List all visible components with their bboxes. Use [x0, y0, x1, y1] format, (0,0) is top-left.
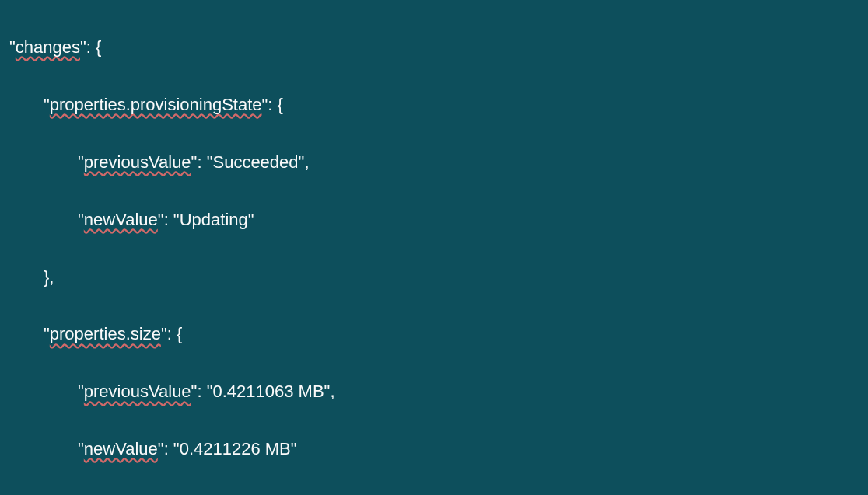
json-code-block: "changes": { "properties.provisioningSta… [0, 0, 868, 495]
line-change2-prev: "previousValue": "0.4211063 MB", [9, 378, 862, 406]
key-size: properties.size [50, 324, 161, 343]
open-brace: : { [86, 37, 102, 57]
quote: " [78, 382, 84, 401]
line-change2-key: "properties.size": { [9, 320, 862, 349]
sep: : [164, 210, 173, 229]
quote: " [158, 439, 164, 458]
quote: " [161, 324, 167, 343]
comma: , [304, 152, 309, 172]
key-newvalue: newValue [84, 439, 158, 458]
open-brace: : { [268, 95, 283, 114]
val-change2-prev: 0.4211063 MB [212, 382, 324, 401]
sep: : [197, 152, 206, 172]
quote: " [78, 439, 84, 458]
val-change1-prev: Succeeded [212, 152, 298, 172]
close-brace-comma: }, [44, 267, 54, 287]
quote: " [248, 210, 254, 229]
quote: " [158, 210, 164, 229]
key-previousvalue: previousValue [84, 382, 191, 401]
quote: " [78, 210, 84, 229]
line-change1-new: "newValue": "Updating" [9, 206, 862, 235]
quote: " [78, 152, 84, 172]
quote: " [80, 37, 86, 57]
quote: " [173, 210, 180, 229]
line-change1-key: "properties.provisioningState": { [9, 91, 862, 120]
quote: " [291, 439, 297, 458]
comma: , [330, 382, 334, 401]
line-change1-close: }, [9, 263, 862, 292]
line-change2-new: "newValue": "0.4211226 MB" [9, 435, 862, 464]
key-changes: changes [16, 37, 80, 57]
sep: : [197, 382, 206, 401]
quote: " [9, 37, 16, 57]
quote: " [44, 324, 50, 343]
quote: " [44, 95, 50, 114]
open-brace: : { [167, 324, 183, 343]
key-newvalue: newValue [84, 210, 158, 229]
sep: : [164, 439, 173, 458]
line-change1-prev: "previousValue": "Succeeded", [9, 148, 862, 177]
quote: " [173, 439, 180, 458]
key-previousvalue: previousValue [84, 152, 191, 172]
line-changes-open: "changes": { [9, 33, 862, 62]
key-provisioningstate: properties.provisioningState [50, 95, 262, 114]
val-change1-new: Updating [180, 210, 248, 229]
val-change2-new: 0.4211226 MB [180, 439, 291, 458]
